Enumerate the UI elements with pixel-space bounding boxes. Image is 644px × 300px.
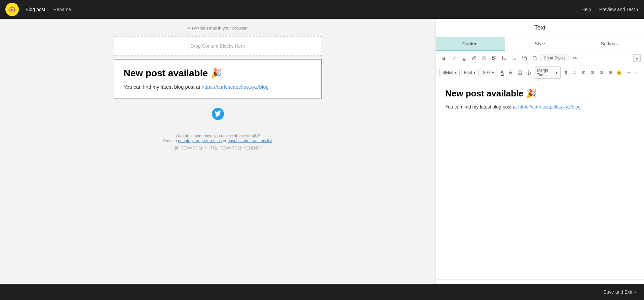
tab-style[interactable]: Style xyxy=(505,37,574,51)
tabs-row: Content Style Settings xyxy=(436,37,644,51)
svg-point-23 xyxy=(528,71,530,72)
email-body: You can find my latest blog post at http… xyxy=(124,84,312,90)
justify-button[interactable] xyxy=(606,68,614,77)
blog-post-title: Blog post xyxy=(26,7,45,12)
rename-button[interactable]: Rename xyxy=(53,7,71,12)
footer-text1: Want to change how you receive these ema… xyxy=(120,134,315,138)
emoticon-button[interactable]: 😊 xyxy=(615,68,623,77)
styles-dropdown[interactable]: Styles ▾ xyxy=(439,69,460,76)
tab-content[interactable]: Content xyxy=(436,37,505,51)
twitter-icon[interactable] xyxy=(212,108,224,120)
email-content-block: New post available 🎉 You can find my lat… xyxy=(114,59,322,98)
svg-text:3: 3 xyxy=(502,59,503,60)
update-preferences-link[interactable]: update your preferences xyxy=(178,138,222,143)
preview-and-test-button[interactable]: Preview and Test ▾ xyxy=(599,7,639,12)
anchor-button[interactable] xyxy=(525,68,532,77)
editor-content: New post available 🎉 You can find my lat… xyxy=(436,80,644,280)
unlink-button[interactable] xyxy=(480,53,489,63)
view-browser-link[interactable]: View this email in your browser xyxy=(188,26,248,31)
tab-settings[interactable]: Settings xyxy=(575,37,644,51)
source-button[interactable]: <> xyxy=(570,53,579,63)
editor-body: You can find my latest blog post at http… xyxy=(445,104,635,110)
collapse-toolbar-button[interactable]: ▲ xyxy=(633,54,641,62)
right-panel: Text Content Style Settings B I U xyxy=(435,19,644,300)
svg-rect-18 xyxy=(534,56,536,57)
italic-button[interactable]: I xyxy=(449,53,459,63)
svg-point-14 xyxy=(513,57,513,57)
svg-point-4 xyxy=(493,57,494,58)
email-title: New post available 🎉 xyxy=(124,68,312,79)
clear-styles-button[interactable]: Clear Styles xyxy=(540,54,569,62)
footer-text2: You can update your preferences or unsub… xyxy=(120,138,315,143)
social-section xyxy=(114,101,322,127)
ordered-list-button[interactable]: 123 xyxy=(500,53,509,63)
nav-right: Help Preview and Test ▾ xyxy=(581,7,639,12)
font-chevron-icon: ▾ xyxy=(473,70,476,75)
align-left-button[interactable] xyxy=(580,68,587,77)
bold-button[interactable]: B xyxy=(439,53,449,63)
merge-tags-dropdown[interactable]: Merge Tags ▾ xyxy=(534,67,561,79)
toolbar-row2: Styles ▾ Font ▾ Size ▾ A A· xyxy=(436,65,644,80)
image-button[interactable] xyxy=(490,53,499,63)
styles-chevron-icon: ▾ xyxy=(455,70,457,75)
paragraph-button[interactable]: ¶ xyxy=(562,68,569,77)
link-button[interactable] xyxy=(469,53,479,63)
undo-button[interactable]: ↩ xyxy=(624,68,632,77)
unordered-list-button[interactable] xyxy=(510,53,519,63)
size-dropdown[interactable]: Size ▾ xyxy=(480,69,497,76)
bottom-footer: Save and Exit › xyxy=(0,284,644,300)
size-chevron-icon: ▾ xyxy=(492,70,494,75)
font-color-button[interactable]: A xyxy=(498,68,506,77)
editor-title: New post available 🎉 xyxy=(445,88,635,99)
svg-point-15 xyxy=(513,58,513,58)
drop-zone[interactable]: Drop Content Blocks Here xyxy=(114,36,322,56)
svg-rect-17 xyxy=(524,57,527,60)
align-center-button[interactable] xyxy=(589,68,596,77)
svg-text:🐵: 🐵 xyxy=(8,5,16,13)
bg-color-button[interactable]: A· xyxy=(507,68,515,77)
top-nav: 🐵 Blog post Rename Help Preview and Test… xyxy=(0,0,644,19)
toolbar-row1: B I U 123 Clear Styles xyxy=(436,51,644,65)
redo-button[interactable]: ↪ xyxy=(633,68,641,77)
help-link[interactable]: Help xyxy=(581,7,591,12)
svg-point-16 xyxy=(513,59,513,59)
main-layout: View this email in your browser Drop Con… xyxy=(0,19,644,300)
underline-button[interactable]: U xyxy=(459,53,469,63)
merge-tags-chevron-icon: ▾ xyxy=(556,70,558,75)
left-panel: View this email in your browser Drop Con… xyxy=(0,19,435,300)
editor-blog-link[interactable]: https://carlescapellas.xyz/blog xyxy=(518,104,581,110)
email-blog-link[interactable]: https://carlescapellas.xyz/blog xyxy=(202,84,269,90)
copy-button[interactable] xyxy=(520,53,529,63)
font-dropdown[interactable]: Font ▾ xyxy=(461,69,479,76)
footer-rewards: *|IF:REWARDS|* *|HTML:REWARDS|* *|END:IF… xyxy=(120,146,315,151)
paste-button[interactable] xyxy=(530,53,539,63)
arrow-right-icon: › xyxy=(634,289,636,295)
chevron-down-icon: ▾ xyxy=(636,7,639,12)
panel-title: Text xyxy=(436,19,644,37)
mailchimp-logo: 🐵 xyxy=(5,3,19,16)
table-button[interactable] xyxy=(516,68,524,77)
save-exit-button[interactable]: Save and Exit › xyxy=(603,289,636,295)
indent-button[interactable] xyxy=(571,68,578,77)
footer-section: Want to change how you receive these ema… xyxy=(114,127,322,157)
unsubscribe-link[interactable]: unsubscribe from this list xyxy=(228,138,272,143)
align-right-button[interactable] xyxy=(598,68,605,77)
